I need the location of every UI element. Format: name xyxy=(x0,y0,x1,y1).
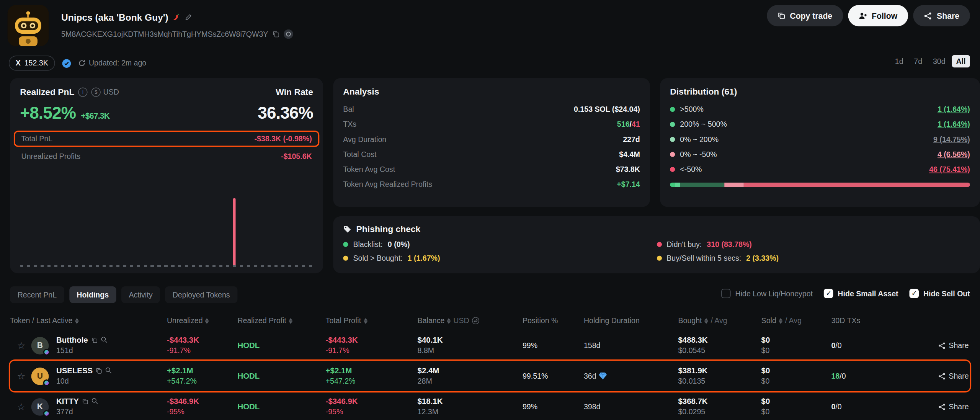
range-label: 0% ~ -50% xyxy=(680,150,717,159)
range-count-link[interactable]: 9 (14.75%) xyxy=(933,135,970,144)
sol-chain-badge-icon xyxy=(43,348,50,355)
tab-recent-pnl[interactable]: Recent PnL xyxy=(10,286,64,303)
favorite-star-icon[interactable]: ☆ xyxy=(16,370,26,381)
x-followers-pill[interactable]: X 152.3K xyxy=(9,56,55,70)
currency-swap-icon[interactable] xyxy=(472,317,479,325)
unrealized-profits-value: -$105.6K xyxy=(281,152,312,161)
page-title: Unipcs (aka 'Bonk Guy') xyxy=(61,12,168,23)
copy-token-icon[interactable] xyxy=(91,337,97,343)
token-name[interactable]: KITTY xyxy=(56,397,79,405)
tab-deployed-tokens[interactable]: Deployed Tokens xyxy=(165,286,237,303)
row-label: Token Avg Realized Profits xyxy=(343,180,432,189)
phishing-value: 0 (0%) xyxy=(388,240,410,249)
row-label: Bal xyxy=(343,105,354,114)
balance-unit-label: USD xyxy=(453,316,469,325)
phishing-item-buy-sell-5s: Buy/Sell within 5 secs: 2 (3.33%) xyxy=(657,254,970,263)
unrealized-cell: -$346.9K-95% xyxy=(167,397,237,417)
table-row[interactable]: ☆ K KITTY 377d -$346.9K-95% HODL -$346.9… xyxy=(10,391,970,420)
filter-hide-sell-out[interactable]: ✓ Hide Sell Out xyxy=(910,289,970,298)
time-filter-1d[interactable]: 1d xyxy=(890,55,908,68)
search-token-icon[interactable] xyxy=(91,397,98,404)
token-name[interactable]: Butthole xyxy=(56,335,88,344)
phishing-value: 2 (3.33%) xyxy=(746,254,779,263)
sort-icon xyxy=(447,318,451,324)
col-sold[interactable]: Sold/ Avg xyxy=(761,316,831,325)
distribution-card: Distribution (61) >500% 1 (1.64%) 200% ~… xyxy=(660,78,980,207)
phishing-value: 310 (83.78%) xyxy=(707,240,752,249)
col-realized-profit[interactable]: Realized Profit xyxy=(237,316,325,325)
col-holding-duration: Holding Duration xyxy=(584,316,678,325)
col-token-last-active[interactable]: Token / Last Active xyxy=(10,316,167,325)
share-icon xyxy=(938,403,946,410)
row-value: $73.8K xyxy=(616,165,640,174)
token-avatar[interactable]: B xyxy=(31,337,49,354)
search-token-icon[interactable] xyxy=(100,336,107,343)
share-row-button[interactable]: Share xyxy=(938,372,969,381)
share-profile-button[interactable]: Share xyxy=(913,5,970,26)
token-avatar[interactable]: U xyxy=(31,367,49,385)
col-30d-txs: 30D TXs xyxy=(831,316,897,325)
range-count-link[interactable]: 4 (6.56%) xyxy=(938,150,970,159)
col-balance[interactable]: BalanceUSD xyxy=(418,316,523,325)
col-bought[interactable]: Bought/ Avg xyxy=(678,316,761,325)
filter-hide-low-liq[interactable]: ✓ Hide Low Liq/Honeypot xyxy=(722,289,813,298)
bought-cell: $368.7K$0.0295 xyxy=(678,397,761,417)
table-row[interactable]: ☆ B Butthole 151d -$443.3K-91.7% HODL -$… xyxy=(10,330,970,361)
phishing-item-blacklist: Blacklist: 0 (0%) xyxy=(343,240,657,249)
tab-activity[interactable]: Activity xyxy=(121,286,160,303)
txs-30d-cell: 0/0 xyxy=(831,341,897,350)
col-label: Token / Last Active xyxy=(10,316,72,325)
currency-toggle[interactable]: $ USD xyxy=(91,87,119,96)
share-row-button[interactable]: Share xyxy=(938,341,969,350)
range-count-link[interactable]: 46 (75.41%) xyxy=(929,165,970,174)
range-count-link[interactable]: 1 (1.64%) xyxy=(938,120,970,129)
currency-label: USD xyxy=(103,88,119,96)
checkbox-icon: ✓ xyxy=(824,289,833,298)
favorite-star-icon[interactable]: ☆ xyxy=(16,401,26,412)
copy-token-icon[interactable] xyxy=(96,367,102,373)
col-total-profit[interactable]: Total Profit xyxy=(326,316,418,325)
distribution-row: >500% 1 (1.64%) xyxy=(670,102,970,117)
profile-avatar[interactable] xyxy=(8,5,49,46)
token-avatar[interactable]: K xyxy=(31,398,49,415)
tab-holdings[interactable]: Holdings xyxy=(69,286,116,303)
info-icon[interactable]: i xyxy=(78,87,87,96)
balance-cell: $40.1K8.8M xyxy=(418,336,523,355)
position-cell: 99% xyxy=(523,341,584,350)
col-label: 30D TXs xyxy=(831,316,860,325)
range-count-link[interactable]: 1 (1.64%) xyxy=(938,105,970,114)
col-label: Realized Profit xyxy=(237,316,286,325)
time-filter-30d[interactable]: 30d xyxy=(929,55,950,68)
copy-address-button[interactable] xyxy=(273,31,279,38)
distribution-bar xyxy=(670,183,970,187)
holding-duration-cell: 398d xyxy=(584,402,678,411)
distribution-row: 0% ~ 200% 9 (14.75%) xyxy=(670,132,970,147)
unrealized-cell: -$443.3K-91.7% xyxy=(167,336,237,355)
table-row[interactable]: ☆ U USELESS 10d +$2.1M+547.2% HODL +$2.1… xyxy=(10,361,970,391)
edit-name-button[interactable] xyxy=(185,14,192,21)
col-unrealized[interactable]: Unrealized xyxy=(167,316,237,325)
refresh-icon[interactable] xyxy=(78,59,86,67)
col-label: Position % xyxy=(523,316,558,325)
holding-duration-cell: 158d xyxy=(584,341,678,350)
col-label: Balance xyxy=(418,316,445,325)
copy-token-icon[interactable] xyxy=(82,398,88,404)
share-row-button[interactable]: Share xyxy=(938,402,969,411)
phishing-value: 1 (1.67%) xyxy=(408,254,440,263)
favorite-star-icon[interactable]: ☆ xyxy=(16,340,26,351)
search-token-icon[interactable] xyxy=(105,367,112,374)
copy-trade-button[interactable]: Copy trade xyxy=(767,5,843,26)
time-filter-all[interactable]: All xyxy=(952,55,970,68)
filter-hide-small-asset[interactable]: ✓ Hide Small Asset xyxy=(824,289,898,298)
holdings-table-header: Token / Last Active Unrealized Realized … xyxy=(10,314,970,327)
last-active: 151d xyxy=(56,346,73,355)
follow-button[interactable]: Follow xyxy=(848,5,908,26)
txs-sell-count: 41 xyxy=(632,120,640,129)
time-filter-7d[interactable]: 7d xyxy=(910,55,927,68)
explorer-icon[interactable] xyxy=(284,29,293,39)
total-pnl-label: Total PnL xyxy=(21,134,53,143)
share-label: Share xyxy=(937,11,959,20)
unrealized-profits-row: Unrealized Profits -$105.6K xyxy=(20,152,313,161)
wallet-address: 5M8ACGKEXG1ojKDTMH3sMqhTihTgHYMSsZc6W8i7… xyxy=(61,30,268,39)
token-name[interactable]: USELESS xyxy=(56,366,93,375)
